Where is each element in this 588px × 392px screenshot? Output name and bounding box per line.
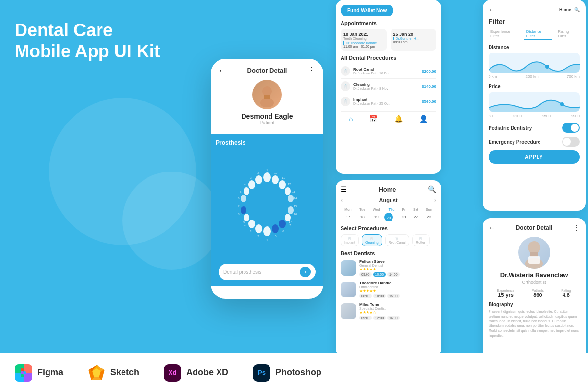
svg-text:5: 5 <box>275 235 277 238</box>
search-icon-filter[interactable]: 🔍 <box>574 7 580 12</box>
slot3-1600[interactable]: 16:00 <box>387 316 400 320</box>
nav-notification-icon[interactable]: 🔔 <box>394 115 403 122</box>
slot-1400[interactable]: 14:00 <box>387 272 400 277</box>
home-panel: ☰ Home 🔍 ‹ August › Mon Tue Wed Thu Fri … <box>336 180 441 357</box>
dentist-avatar-3 <box>341 303 356 319</box>
svg-rect-54 <box>21 374 24 377</box>
procedure-icon-2: 🦷 <box>341 81 350 91</box>
procedure-item-1: 🦷 Root Canal Dr.Jackson Pat · 16 Dec $20… <box>341 64 436 79</box>
nav-calendar-icon[interactable]: 📅 <box>369 115 378 122</box>
svg-point-7 <box>272 175 279 184</box>
price-labels: $0 $100 $500 $900 <box>489 114 580 118</box>
rotter-tab[interactable]: 🦷 Rotter <box>412 234 430 246</box>
hamburger-icon[interactable]: ☰ <box>341 185 347 193</box>
cal-date-19[interactable]: 19 <box>369 212 384 221</box>
dentist-list: Pelican Steve General Dentist ★★★★★ 09:0… <box>341 259 436 324</box>
dentist-stars-1: ★★★★★ <box>359 267 436 271</box>
slot3-1200[interactable]: 12:00 <box>373 316 386 320</box>
slot-0900[interactable]: 09:00 <box>359 272 372 277</box>
doctor-detail-avatar <box>518 237 550 269</box>
svg-text:1: 1 <box>266 169 268 172</box>
cal-day-fri: Fri <box>399 207 410 212</box>
select-procedures-title: Select Procedures <box>341 225 436 231</box>
svg-point-3 <box>263 172 271 182</box>
svg-point-6 <box>244 187 249 195</box>
svg-point-13 <box>255 224 262 233</box>
doctor-avatar <box>252 80 282 109</box>
stat-experience: Experience 15 yrs <box>497 289 514 298</box>
home-search-icon[interactable]: 🔍 <box>428 185 436 193</box>
emergency-toggle[interactable] <box>562 137 580 147</box>
slot2-1000[interactable]: 10:00 <box>373 294 386 298</box>
dentist-stars-2: ★★★★★ <box>359 289 436 293</box>
filter-title: Filter <box>489 18 505 25</box>
cal-day-sun: Sun <box>422 207 436 212</box>
detail-menu-icon[interactable]: ⋮ <box>573 224 580 232</box>
slot-1000-active[interactable]: 10:00 <box>373 272 386 277</box>
pediatric-toggle[interactable] <box>562 123 580 133</box>
stat-patients: Patients 860 <box>532 289 544 298</box>
distance-slider-bar[interactable] <box>489 53 580 73</box>
detail-back-icon[interactable]: ← <box>489 224 495 232</box>
implant-tab[interactable]: 🦷 Implant <box>341 234 359 246</box>
home-title: Home <box>378 186 396 193</box>
svg-point-11 <box>288 195 294 202</box>
back-icon[interactable]: ← <box>219 66 226 75</box>
experience-filter-tab[interactable]: Experience Filter <box>489 28 520 40</box>
svg-point-9 <box>285 187 291 195</box>
menu-icon[interactable]: ⋮ <box>308 66 316 75</box>
price-slider[interactable]: Price $0 $100 $500 $900 <box>489 84 580 118</box>
prev-month-button[interactable]: ‹ <box>341 197 343 204</box>
cal-date-18[interactable]: 18 <box>356 212 369 221</box>
procedure-icon: 🦷 <box>341 66 350 76</box>
prosthesis-label: Prosthesis <box>216 139 318 146</box>
fund-wallet-button[interactable]: Fund Wallet Now <box>341 5 393 16</box>
cal-date-21[interactable]: 21 <box>399 212 410 221</box>
next-month-button[interactable]: › <box>434 197 436 204</box>
distance-slider[interactable]: Distance 0 km 200 km 700 km <box>489 45 580 79</box>
svg-text:3: 3 <box>250 230 252 233</box>
sketch-icon <box>88 364 105 382</box>
filter-tabs: Experience Filter Distance Filter Rating… <box>489 28 580 40</box>
root-canal-tab[interactable]: 🦷 Root Canal <box>385 234 409 246</box>
svg-text:3: 3 <box>250 176 252 179</box>
bottom-toolbar: Figma Sketch Xd Adobe XD Ps Photoshop <box>0 353 588 392</box>
cal-date-20[interactable]: 20 <box>384 213 393 221</box>
svg-text:10: 10 <box>274 172 278 174</box>
svg-text:1: 1 <box>266 239 268 242</box>
slot2-0800[interactable]: 08:00 <box>359 294 372 298</box>
nav-profile-icon[interactable]: 👤 <box>419 115 428 122</box>
cal-date-17[interactable]: 17 <box>341 212 356 221</box>
cal-date-22[interactable]: 22 <box>410 212 422 221</box>
svg-point-10 <box>241 195 246 202</box>
procedure-item-2: 🦷 Cleaning Dr.Jackson Pat · 8 Nov $140.0… <box>341 79 436 94</box>
phone-header: ← Doctor Detail ⋮ <box>211 59 323 78</box>
calendar-grid: Mon Tue Wed Thu Fri Sat Sun 17 18 19 20 … <box>341 207 436 221</box>
distance-filter-tab[interactable]: Distance Filter <box>524 28 552 40</box>
root-canal-icon: 🦷 <box>395 237 399 241</box>
price-slider-bar[interactable] <box>489 92 580 112</box>
slot3-0900[interactable]: 09:00 <box>359 316 372 320</box>
sketch-tool: Sketch <box>88 364 139 382</box>
cal-day-sat: Sat <box>410 207 422 212</box>
photoshop-tool: Ps Photoshop <box>253 364 321 382</box>
cleaning-tab[interactable]: 🦷 Cleaning <box>362 234 382 246</box>
search-button[interactable]: › <box>300 267 311 277</box>
nav-home-icon[interactable]: ⌂ <box>349 115 353 122</box>
distance-labels: 0 km 200 km 700 km <box>489 74 580 79</box>
search-bar[interactable]: Dental prosthesis › <box>219 264 316 280</box>
cal-day-thu: Thu <box>384 207 399 212</box>
procedures-title: All Dental Procedures <box>341 55 436 61</box>
slot2-1500[interactable]: 15:00 <box>387 294 400 298</box>
svg-point-46 <box>560 102 564 106</box>
cal-date-23[interactable]: 23 <box>422 212 436 221</box>
price-label: Price <box>489 84 580 89</box>
svg-rect-53 <box>21 371 24 374</box>
adobe-xd-label: Adobe XD <box>186 368 228 378</box>
filter-panel-back[interactable]: ← <box>489 6 495 14</box>
svg-text:13: 13 <box>292 190 295 193</box>
rating-filter-tab[interactable]: Rating Filter <box>556 28 580 40</box>
apply-button[interactable]: APPLY <box>489 150 580 164</box>
svg-point-8 <box>279 180 286 189</box>
photoshop-label: Photoshop <box>275 368 321 378</box>
